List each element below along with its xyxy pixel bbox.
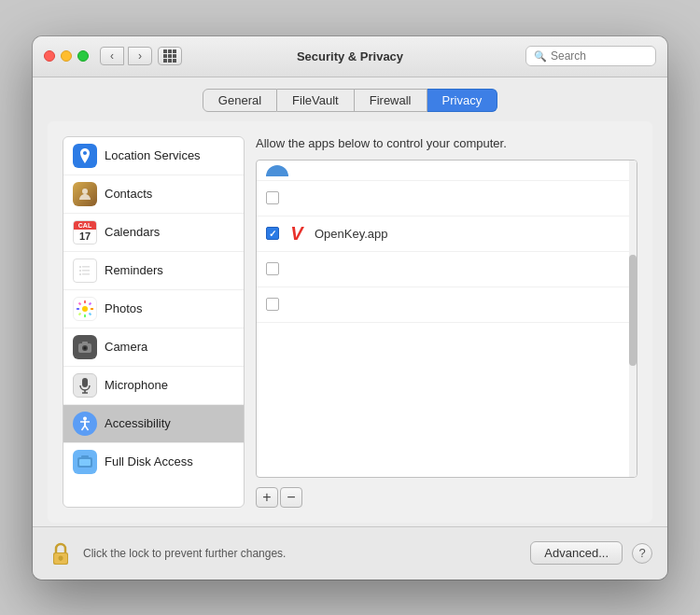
sidebar: Location Services Contacts CAL 17 [63, 136, 245, 508]
nav-buttons: ‹ › [100, 47, 152, 65]
app-item-openkey: V OpenKey.app [257, 217, 637, 252]
openkey-icon: V [287, 223, 307, 244]
svg-point-19 [84, 346, 87, 349]
grid-icon [163, 49, 176, 63]
openkey-name: OpenKey.app [315, 227, 388, 241]
scrollbar-track [629, 161, 637, 477]
sidebar-item-calendars[interactable]: CAL 17 Calendars [63, 214, 244, 252]
svg-rect-5 [82, 270, 90, 272]
sidebar-label-calendars: Calendars [105, 225, 160, 239]
tab-filevault[interactable]: FileVault [277, 89, 355, 112]
lock-text: Click the lock to prevent further change… [83, 547, 521, 560]
svg-rect-2 [79, 266, 81, 268]
search-icon: 🔍 [534, 50, 547, 63]
apps-list: V OpenKey.app [256, 160, 637, 478]
remove-app-button[interactable]: − [280, 487, 302, 508]
forward-icon: › [138, 49, 142, 63]
minimize-button[interactable] [61, 50, 72, 62]
back-icon: ‹ [110, 49, 114, 63]
sidebar-label-accessibility: Accessibility [105, 416, 171, 430]
add-remove-buttons: + − [256, 487, 637, 508]
v-letter-icon: V [290, 223, 302, 245]
svg-line-15 [79, 313, 81, 314]
openkey-checkbox[interactable] [266, 227, 279, 240]
panel-title: Allow the apps below to control your com… [256, 136, 637, 150]
microphone-icon [73, 373, 97, 398]
sidebar-label-reminders: Reminders [105, 263, 163, 277]
sidebar-item-contacts[interactable]: Contacts [63, 175, 244, 214]
reminders-icon [73, 259, 97, 283]
contacts-icon [73, 182, 97, 206]
svg-rect-4 [79, 270, 81, 272]
partial-icon [266, 165, 288, 176]
sidebar-item-accessibility[interactable]: Accessibility [63, 405, 244, 443]
svg-rect-30 [79, 459, 91, 466]
lock-icon [50, 540, 71, 566]
camera-icon [73, 335, 97, 359]
location-icon [73, 144, 97, 168]
svg-point-8 [82, 306, 88, 312]
content-area: Location Services Contacts CAL 17 [48, 121, 652, 523]
tab-general[interactable]: General [203, 89, 277, 112]
tab-privacy[interactable]: Privacy [427, 89, 498, 112]
svg-point-1 [82, 189, 88, 194]
sidebar-item-photos[interactable]: Photos [63, 290, 244, 328]
main-panel: Allow the apps below to control your com… [256, 136, 637, 508]
app-checkbox[interactable] [266, 191, 279, 204]
grid-button[interactable] [158, 47, 182, 65]
app-item-empty4 [257, 252, 637, 287]
search-bar[interactable]: 🔍 [525, 46, 656, 66]
tab-firewall[interactable]: Firewall [355, 89, 427, 112]
svg-line-13 [79, 302, 81, 304]
svg-rect-21 [82, 378, 88, 387]
forward-button[interactable]: › [128, 47, 152, 65]
titlebar: ‹ › Security & Privacy 🔍 [33, 36, 667, 77]
maximize-button[interactable] [77, 50, 89, 62]
scrollbar-thumb[interactable] [629, 255, 637, 366]
calendars-icon: CAL 17 [73, 220, 97, 245]
app-item-partial [257, 161, 637, 181]
sidebar-label-photos: Photos [105, 301, 142, 315]
sidebar-label-camera: Camera [105, 340, 147, 354]
sidebar-label-fulldisk: Full Disk Access [105, 454, 193, 468]
back-button[interactable]: ‹ [100, 47, 124, 65]
app-item [257, 181, 637, 217]
svg-rect-31 [81, 455, 89, 458]
traffic-lights [44, 50, 89, 62]
app-checkbox-5[interactable] [266, 298, 279, 311]
svg-rect-6 [79, 273, 81, 275]
search-input[interactable] [551, 49, 648, 63]
sidebar-item-camera[interactable]: Camera [63, 328, 244, 367]
tabbar: General FileVault Firewall Privacy [33, 77, 667, 121]
bottom-bar: Click the lock to prevent further change… [33, 526, 667, 580]
add-app-button[interactable]: + [256, 487, 278, 508]
window: ‹ › Security & Privacy 🔍 General FileVau… [33, 36, 667, 580]
advanced-button[interactable]: Advanced... [530, 541, 623, 565]
svg-rect-35 [60, 558, 62, 561]
close-button[interactable] [44, 50, 55, 62]
svg-rect-3 [82, 266, 90, 268]
window-title: Security & Privacy [297, 49, 403, 63]
app-item-empty5 [257, 287, 637, 323]
svg-rect-20 [82, 342, 88, 344]
accessibility-icon [73, 412, 97, 436]
svg-line-14 [90, 313, 91, 314]
sidebar-item-reminders[interactable]: Reminders [63, 252, 244, 290]
svg-point-24 [83, 416, 87, 420]
sidebar-label-contacts: Contacts [105, 187, 152, 201]
svg-rect-7 [82, 273, 90, 275]
help-button[interactable]: ? [632, 543, 652, 564]
photos-icon [73, 297, 97, 321]
sidebar-label-microphone: Microphone [105, 378, 168, 392]
fulldisk-icon [73, 450, 97, 474]
sidebar-item-location[interactable]: Location Services [63, 137, 244, 175]
svg-line-16 [90, 302, 91, 304]
svg-line-28 [85, 426, 89, 430]
sidebar-label-location: Location Services [105, 148, 201, 162]
svg-line-27 [82, 426, 86, 430]
sidebar-item-fulldisk[interactable]: Full Disk Access [63, 443, 244, 481]
app-checkbox-4[interactable] [266, 262, 279, 275]
sidebar-item-microphone[interactable]: Microphone [63, 367, 244, 405]
lock-button[interactable] [48, 538, 74, 568]
